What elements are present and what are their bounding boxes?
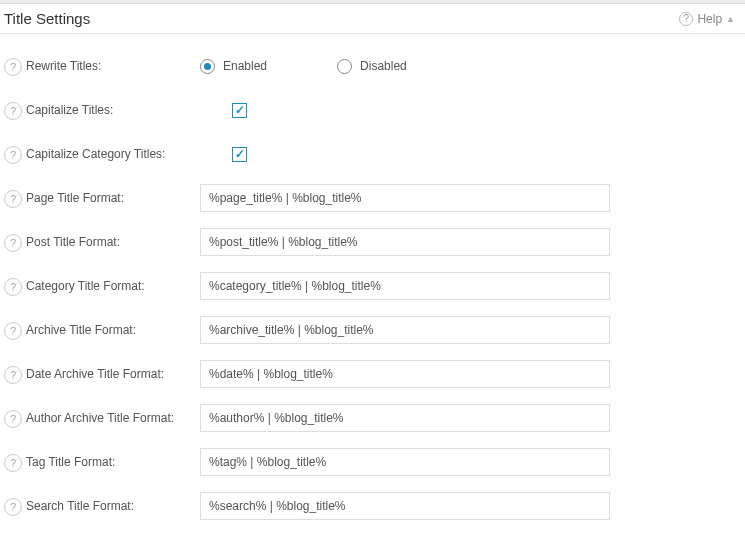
label-date-archive-title: Date Archive Title Format:: [26, 367, 200, 381]
row-post-title: ? Post Title Format:: [0, 220, 745, 264]
help-icon[interactable]: ?: [4, 410, 22, 428]
panel-header: Title Settings ? Help ▲: [0, 4, 745, 34]
row-tag-title: ? Tag Title Format:: [0, 440, 745, 484]
help-icon[interactable]: ?: [4, 102, 22, 120]
checkbox-capitalize-category[interactable]: [232, 147, 247, 162]
input-category-title[interactable]: [200, 272, 610, 300]
label-capitalize-titles: Capitalize Titles:: [26, 103, 200, 117]
help-icon[interactable]: ?: [4, 146, 22, 164]
row-author-archive-title: ? Author Archive Title Format:: [0, 396, 745, 440]
help-icon[interactable]: ?: [4, 498, 22, 516]
help-label: Help: [697, 12, 722, 26]
row-category-title: ? Category Title Format:: [0, 264, 745, 308]
help-icon[interactable]: ?: [4, 190, 22, 208]
help-icon: ?: [679, 12, 693, 26]
input-search-title[interactable]: [200, 492, 610, 520]
radio-enabled[interactable]: [200, 59, 215, 74]
input-tag-title[interactable]: [200, 448, 610, 476]
label-tag-title: Tag Title Format:: [26, 455, 200, 469]
label-capitalize-category: Capitalize Category Titles:: [26, 147, 200, 161]
radio-disabled-label: Disabled: [360, 59, 407, 73]
row-page-title: ? Page Title Format:: [0, 176, 745, 220]
label-page-title: Page Title Format:: [26, 191, 200, 205]
help-icon[interactable]: ?: [4, 454, 22, 472]
input-post-title[interactable]: [200, 228, 610, 256]
checkbox-capitalize-titles[interactable]: [232, 103, 247, 118]
caret-up-icon: ▲: [726, 14, 735, 24]
input-archive-title[interactable]: [200, 316, 610, 344]
radio-enabled-label: Enabled: [223, 59, 267, 73]
help-icon[interactable]: ?: [4, 278, 22, 296]
rewrite-radio-group: Enabled Disabled: [200, 59, 407, 74]
row-search-title: ? Search Title Format:: [0, 484, 745, 528]
help-icon[interactable]: ?: [4, 322, 22, 340]
input-page-title[interactable]: [200, 184, 610, 212]
input-author-archive-title[interactable]: [200, 404, 610, 432]
help-icon[interactable]: ?: [4, 366, 22, 384]
panel-title: Title Settings: [4, 10, 90, 27]
label-post-title: Post Title Format:: [26, 235, 200, 249]
radio-disabled[interactable]: [337, 59, 352, 74]
settings-body: ? Rewrite Titles: Enabled Disabled ? Cap…: [0, 34, 745, 536]
row-capitalize-category: ? Capitalize Category Titles:: [0, 132, 745, 176]
label-search-title: Search Title Format:: [26, 499, 200, 513]
label-rewrite-titles: Rewrite Titles:: [26, 59, 200, 73]
row-date-archive-title: ? Date Archive Title Format:: [0, 352, 745, 396]
row-capitalize-titles: ? Capitalize Titles:: [0, 88, 745, 132]
input-date-archive-title[interactable]: [200, 360, 610, 388]
label-author-archive-title: Author Archive Title Format:: [26, 411, 200, 425]
label-category-title: Category Title Format:: [26, 279, 200, 293]
label-archive-title: Archive Title Format:: [26, 323, 200, 337]
help-icon[interactable]: ?: [4, 58, 22, 76]
help-toggle[interactable]: ? Help ▲: [679, 12, 735, 26]
help-icon[interactable]: ?: [4, 234, 22, 252]
row-archive-title: ? Archive Title Format:: [0, 308, 745, 352]
row-rewrite-titles: ? Rewrite Titles: Enabled Disabled: [0, 44, 745, 88]
